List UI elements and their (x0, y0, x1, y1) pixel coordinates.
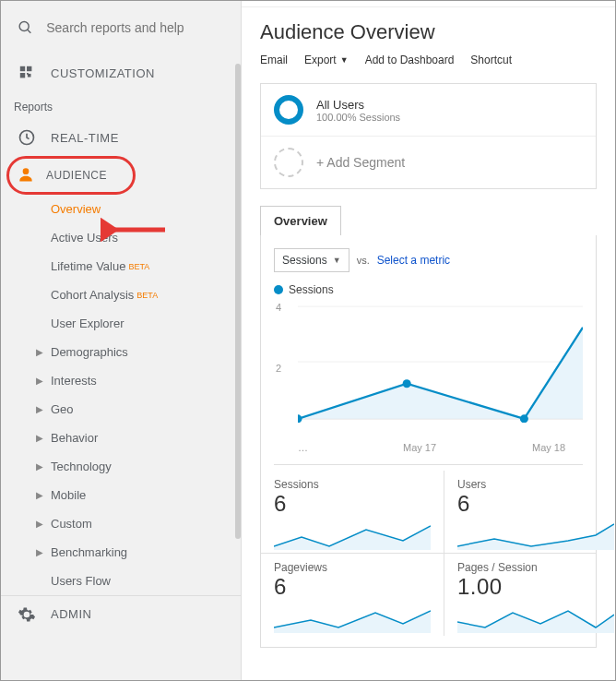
x-tick-1: May 17 (403, 442, 436, 453)
metric-users[interactable]: Users 6 (444, 471, 615, 553)
y-tick-4: 4 (276, 302, 281, 313)
metric-pageviews-value: 6 (274, 574, 431, 600)
nav-audience[interactable]: AUDIENCE (6, 156, 136, 195)
sub-item-label: Mobile (51, 488, 86, 502)
svg-rect-3 (27, 66, 31, 71)
nav-customization-label: CUSTOMIZATION (51, 66, 155, 80)
action-email[interactable]: Email (260, 54, 288, 66)
metric-pages-per-session[interactable]: Pages / Session 1.00 (444, 554, 615, 636)
caret-right-icon: ▶ (36, 461, 43, 472)
caret-right-icon: ▶ (36, 547, 43, 557)
audience-item-technology[interactable]: ▶Technology (51, 452, 241, 481)
select-metric-link[interactable]: Select a metric (377, 254, 450, 267)
caret-right-icon: ▶ (36, 433, 43, 443)
page-title: Audience Overview (260, 7, 597, 54)
sub-item-label: Technology (51, 460, 112, 473)
audience-item-cohort-analysis[interactable]: Cohort AnalysisBETA (51, 281, 241, 309)
metric-sessions-value: 6 (274, 491, 431, 517)
vs-label: vs. (357, 255, 370, 266)
caret-right-icon: ▶ (36, 490, 43, 500)
sub-item-label: Overview (51, 202, 101, 216)
svg-point-14 (403, 379, 411, 388)
sub-item-label: Cohort Analysis (51, 288, 134, 302)
metric-users-label: Users (457, 478, 614, 491)
svg-rect-6 (27, 73, 29, 75)
add-segment-label: + Add Segment (316, 155, 405, 170)
chart-legend: Sessions (261, 278, 596, 298)
sparkline (457, 603, 614, 633)
reports-header: Reports (1, 91, 241, 119)
search-row (1, 1, 241, 54)
audience-item-behavior[interactable]: ▶Behavior (51, 424, 241, 452)
nav-customization[interactable]: CUSTOMIZATION (1, 54, 241, 91)
nav-realtime[interactable]: REAL-TIME (1, 119, 241, 156)
legend-dot-icon (274, 285, 283, 294)
metric-pageviews[interactable]: Pageviews 6 (261, 554, 444, 636)
caret-right-icon: ▶ (36, 519, 43, 529)
nav-audience-label: AUDIENCE (46, 169, 107, 182)
svg-point-8 (23, 168, 30, 174)
sub-item-label: Benchmarking (51, 545, 127, 559)
audience-item-interests[interactable]: ▶Interests (51, 366, 241, 395)
dashboard-icon (18, 64, 36, 82)
main-chart: 4 2 … May 17 May 18 (274, 298, 583, 455)
clock-icon (18, 128, 36, 147)
caret-right-icon: ▶ (36, 376, 43, 386)
action-export[interactable]: Export▼ (304, 54, 349, 66)
sub-item-label: Behavior (51, 431, 98, 445)
sub-item-label: Geo (51, 402, 74, 416)
tab-overview[interactable]: Overview (260, 206, 341, 235)
audience-item-users-flow[interactable]: Users Flow (51, 567, 241, 595)
metric-pps-label: Pages / Session (457, 561, 614, 574)
sparkline (274, 520, 431, 550)
segment-all-users[interactable]: All Users 100.00% Sessions (261, 84, 596, 136)
sub-item-label: Demographics (51, 345, 128, 359)
svg-rect-4 (20, 73, 25, 78)
nav-admin-label: ADMIN (51, 607, 91, 621)
add-segment[interactable]: + Add Segment (261, 137, 596, 188)
search-icon (18, 18, 33, 37)
sub-item-label: Custom (51, 517, 92, 531)
chart-controls: Sessions ▼ vs. Select a metric (261, 235, 596, 278)
tab-strip: Overview (260, 206, 597, 235)
audience-item-user-explorer[interactable]: User Explorer (51, 309, 241, 338)
sparkline (274, 603, 431, 633)
audience-item-geo[interactable]: ▶Geo (51, 395, 241, 424)
x-tick-0: … (298, 442, 308, 453)
svg-rect-2 (20, 66, 25, 71)
main-panel: Audience Overview Email Export▼ Add to D… (241, 1, 615, 680)
svg-point-13 (298, 414, 302, 422)
audience-item-overview[interactable]: Overview (51, 195, 241, 223)
action-shortcut[interactable]: Shortcut (470, 54, 512, 66)
audience-item-benchmarking[interactable]: ▶Benchmarking (51, 538, 241, 567)
metric-sessions[interactable]: Sessions 6 (261, 471, 444, 553)
metrics-row-1: Sessions 6 Users 6 (261, 471, 596, 553)
beta-badge: BETA (128, 262, 149, 271)
segment-ring-icon (274, 95, 303, 125)
audience-item-demographics[interactable]: ▶Demographics (51, 338, 241, 366)
metric-pageviews-label: Pageviews (274, 561, 431, 574)
sub-item-label: Users Flow (51, 574, 111, 588)
svg-point-0 (19, 22, 29, 31)
nav-realtime-label: REAL-TIME (51, 131, 119, 145)
audience-subitems: OverviewActive UsersLifetime ValueBETACo… (1, 195, 241, 595)
x-tick-2: May 18 (532, 442, 565, 453)
person-icon (17, 165, 35, 186)
audience-item-custom[interactable]: ▶Custom (51, 509, 241, 538)
sparkline (457, 520, 614, 550)
legend-label: Sessions (289, 283, 334, 296)
sub-item-label: Active Users (51, 231, 118, 245)
audience-item-active-users[interactable]: Active Users (51, 223, 241, 252)
search-input[interactable] (46, 20, 224, 35)
action-add-dashboard[interactable]: Add to Dashboard (365, 54, 455, 66)
metric-dropdown[interactable]: Sessions ▼ (274, 248, 349, 272)
metric-users-value: 6 (457, 491, 614, 517)
nav-admin[interactable]: ADMIN (1, 595, 241, 632)
audience-item-lifetime-value[interactable]: Lifetime ValueBETA (51, 252, 241, 281)
y-tick-2: 2 (276, 363, 281, 374)
metric-pps-value: 1.00 (457, 574, 614, 600)
audience-item-mobile[interactable]: ▶Mobile (51, 481, 241, 509)
beta-badge: BETA (136, 291, 158, 300)
sidebar: CUSTOMIZATION Reports REAL-TIME AUDIENCE… (1, 1, 241, 680)
gear-icon (18, 605, 36, 624)
